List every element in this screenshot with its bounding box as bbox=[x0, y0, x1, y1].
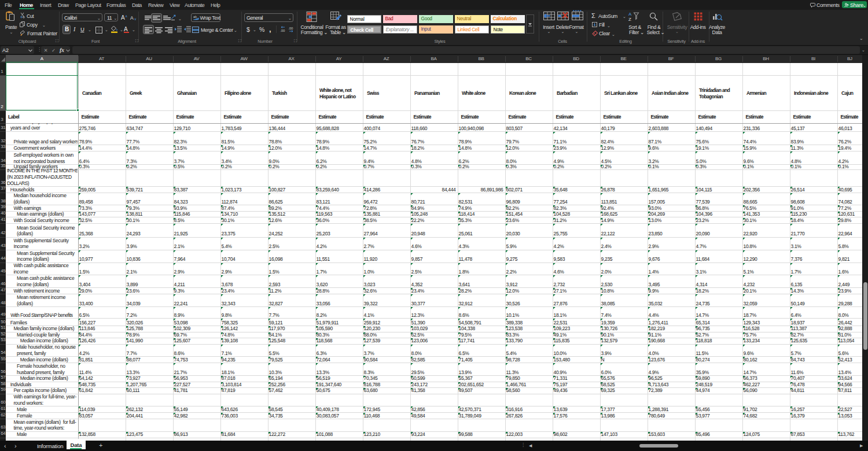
svg-text:Z: Z bbox=[628, 17, 631, 22]
svg-text:.00: .00 bbox=[280, 29, 285, 32]
svg-text:A: A bbox=[628, 12, 632, 17]
svg-text:ab: ab bbox=[193, 15, 197, 19]
